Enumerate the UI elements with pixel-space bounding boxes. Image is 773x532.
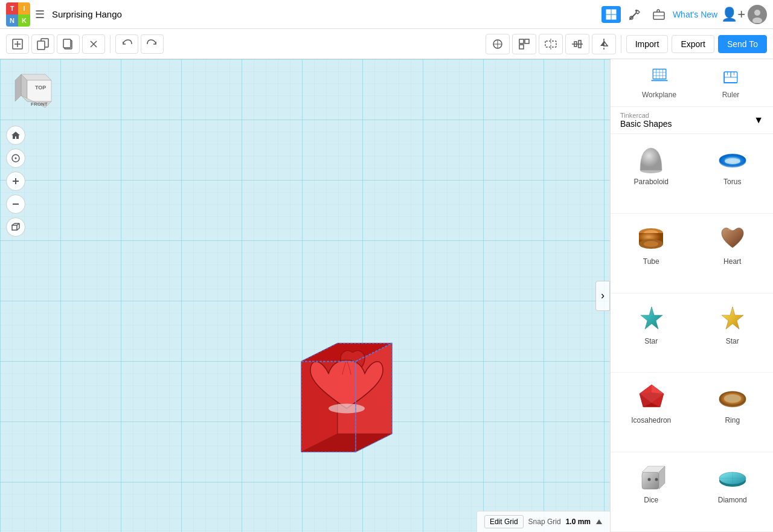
redo-button[interactable] [141, 34, 164, 54]
svg-rect-0 [606, 10, 611, 14]
home-view-button[interactable] [6, 126, 25, 145]
zoom-out-button[interactable] [6, 194, 25, 214]
topbar-right: What's New 👤+ [601, 5, 767, 24]
icosahedron-preview [633, 380, 669, 416]
star-teal-preview [633, 301, 669, 337]
toolbar: Import Export Send To [0, 29, 773, 59]
export-button[interactable]: Export [672, 35, 714, 53]
mirror-button[interactable] [592, 34, 616, 54]
svg-rect-20 [519, 39, 524, 43]
shape-star-teal[interactable]: Star [611, 293, 692, 373]
heart-preview [714, 221, 751, 257]
add-person-icon[interactable]: 👤+ [721, 7, 745, 22]
toolbar-separator-1 [110, 35, 111, 53]
view-cube[interactable]: TOP FRONT [9, 68, 57, 117]
snap-grid-label: Snap Grid [528, 518, 561, 526]
shape-torus[interactable]: Torus [692, 134, 774, 214]
logo-k: K [18, 14, 30, 27]
shape-icosahedron[interactable]: Icosahedron [611, 373, 692, 452]
ungroup-button[interactable] [539, 34, 563, 54]
dropdown-chevron-icon: ▼ [754, 115, 763, 126]
copy-button[interactable] [31, 34, 54, 54]
projects-button[interactable] [649, 5, 669, 24]
import-button[interactable]: Import [626, 35, 669, 53]
frame-button[interactable] [6, 149, 25, 168]
svg-point-98 [647, 478, 650, 481]
toolbar-separator-2 [621, 35, 621, 53]
group-button[interactable] [512, 34, 536, 54]
svg-rect-61 [651, 80, 667, 82]
shape-heart[interactable]: Heart [692, 214, 774, 293]
shape-star-yellow[interactable]: Star [692, 293, 774, 373]
svg-marker-85 [722, 307, 743, 329]
new-button[interactable] [6, 34, 29, 54]
svg-point-94 [724, 394, 741, 403]
svg-rect-21 [525, 39, 529, 43]
shape-paraboloid[interactable]: Paraboloid [611, 134, 692, 214]
category-name: Basic Shapes [620, 119, 672, 129]
user-area: 👤+ [721, 5, 767, 24]
project-title: Surprising Hango [52, 9, 597, 19]
torus-preview [714, 141, 751, 178]
whats-new-link[interactable]: What's New [673, 10, 717, 19]
shape-panel: Workplane Ruler Tinkercad Basic Shape [610, 59, 773, 532]
viewport[interactable]: TOP FRONT [0, 59, 610, 532]
paraboloid-preview [633, 141, 669, 178]
orthographic-button[interactable] [6, 217, 25, 237]
avatar[interactable] [748, 5, 767, 24]
svg-marker-40 [15, 74, 21, 101]
undo-button[interactable] [115, 34, 138, 54]
panel-tools: Workplane Ruler [611, 59, 773, 107]
ruler-tool[interactable]: Ruler [720, 66, 742, 99]
sendto-button[interactable]: Send To [718, 35, 767, 53]
svg-rect-16 [63, 39, 71, 48]
workplane-tool[interactable]: Workplane [642, 66, 676, 99]
svg-marker-29 [600, 41, 604, 46]
menu-list-icon[interactable]: ☰ [35, 8, 45, 21]
workplane-align-button[interactable] [486, 34, 510, 54]
viewport-controls [6, 126, 25, 237]
svg-point-8 [754, 10, 760, 16]
action-buttons: Import Export Send To [626, 35, 767, 53]
snap-value: 1.0 mm [566, 518, 591, 526]
bottom-bar: Edit Grid Snap Grid 1.0 mm [476, 511, 610, 532]
svg-point-99 [655, 478, 658, 481]
svg-text:FRONT: FRONT [31, 101, 48, 107]
shape-diamond[interactable]: Diamond [692, 452, 774, 532]
app-logo[interactable]: T I N K [6, 2, 30, 27]
svg-marker-36 [27, 80, 51, 101]
tools-button[interactable] [624, 5, 645, 24]
svg-rect-14 [37, 41, 45, 50]
edit-grid-button[interactable]: Edit Grid [484, 515, 524, 528]
snap-up-icon[interactable] [595, 518, 603, 525]
grid-view-button[interactable] [601, 6, 621, 23]
svg-point-78 [725, 158, 740, 164]
svg-point-56 [329, 403, 365, 413]
logo-n: N [6, 14, 18, 27]
dice-preview [633, 460, 669, 496]
shape-tube[interactable]: Tube [611, 214, 692, 293]
align-button[interactable] [565, 34, 589, 54]
svg-marker-84 [641, 307, 662, 329]
svg-point-42 [15, 158, 17, 159]
tube-preview [633, 221, 669, 257]
svg-marker-30 [604, 41, 608, 46]
shape-ring[interactable]: Ring [692, 373, 774, 452]
panel-collapse-button[interactable]: › [595, 281, 610, 311]
shape-dice[interactable]: Dice [611, 452, 692, 532]
svg-point-83 [644, 241, 658, 247]
topbar: T I N K ☰ Surprising Hango [0, 0, 773, 29]
logo-i: I [18, 2, 30, 14]
shapes-grid: Paraboloid [611, 134, 773, 532]
star-yellow-preview [714, 301, 751, 337]
category-dropdown[interactable]: Tinkercad Basic Shapes ▼ [611, 107, 773, 134]
delete-button[interactable] [82, 34, 105, 54]
zoom-in-button[interactable] [6, 171, 25, 191]
3d-model [277, 313, 416, 484]
svg-rect-1 [612, 10, 616, 14]
paste-button[interactable] [57, 34, 80, 54]
ring-preview [714, 380, 751, 416]
svg-rect-22 [519, 45, 524, 49]
svg-rect-3 [612, 15, 616, 19]
svg-rect-2 [606, 15, 611, 19]
